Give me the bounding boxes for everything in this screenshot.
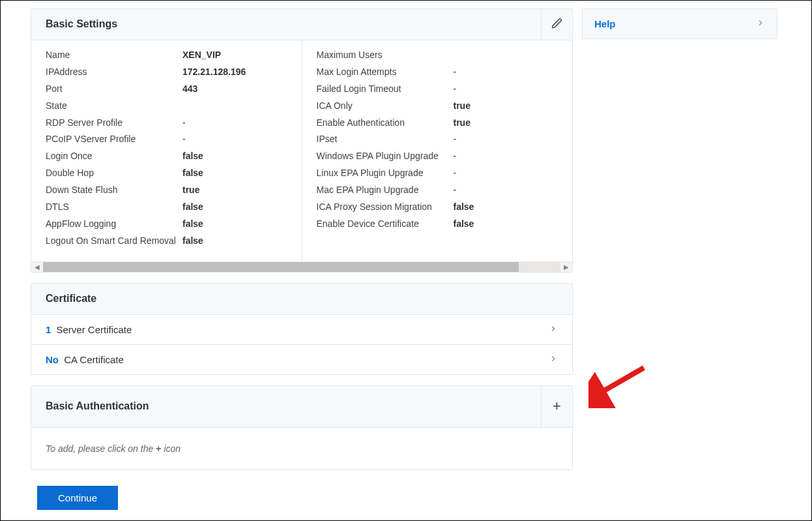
settings-value: false xyxy=(182,148,203,165)
settings-value: - xyxy=(454,131,457,148)
basic-settings-header: Basic Settings xyxy=(31,9,572,40)
plus-icon: + xyxy=(553,399,561,413)
settings-row: Double Hopfalse xyxy=(46,165,287,182)
auth-hint-plus-icon: + xyxy=(156,443,161,454)
basic-authentication-hint: To add, please click on the + icon xyxy=(31,428,572,469)
settings-label: Login Once xyxy=(46,148,182,165)
settings-row: Logout On Smart Card Removalfalse xyxy=(46,233,287,250)
settings-label: Maximum Users xyxy=(317,47,454,64)
help-panel[interactable]: Help xyxy=(582,8,777,39)
settings-value: - xyxy=(454,64,457,81)
settings-label: Logout On Smart Card Removal xyxy=(46,233,182,250)
settings-label: ICA Proxy Session Migration xyxy=(317,199,454,216)
settings-value: - xyxy=(182,131,186,148)
add-basic-authentication-button[interactable]: + xyxy=(541,386,572,427)
settings-value: 172.21.128.196 xyxy=(182,64,246,81)
settings-row: Windows EPA Plugin Upgrade- xyxy=(317,148,558,165)
certificate-panel: Certificate 1 Server CertificateNo CA Ce… xyxy=(31,283,573,375)
certificate-text: Server Certificate xyxy=(53,324,132,335)
settings-label: Mac EPA Plugin Upgrade xyxy=(317,182,454,199)
settings-label: Max Login Attempts xyxy=(317,64,454,81)
basic-settings-title: Basic Settings xyxy=(31,9,541,40)
certificate-row[interactable]: 1 Server Certificate xyxy=(31,315,572,344)
settings-label: Windows EPA Plugin Upgrade xyxy=(317,148,454,165)
settings-row: Enable Device Certificatefalse xyxy=(317,216,558,233)
scroll-right-button[interactable]: ▶ xyxy=(560,262,572,272)
settings-row: RDP Server Profile- xyxy=(46,115,287,132)
settings-row: Mac EPA Plugin Upgrade- xyxy=(317,182,558,199)
settings-row: Login Oncefalse xyxy=(46,148,287,165)
settings-row: Maximum Users xyxy=(317,47,558,64)
settings-row: DTLSfalse xyxy=(46,199,287,216)
settings-row: State xyxy=(46,98,287,115)
continue-button[interactable]: Continue xyxy=(37,486,118,510)
certificate-count: 1 xyxy=(46,324,51,335)
settings-value: - xyxy=(454,148,457,165)
settings-label: Port xyxy=(46,81,182,98)
settings-value: false xyxy=(182,199,203,216)
settings-value: - xyxy=(454,81,457,98)
settings-value: true xyxy=(454,115,471,132)
basic-authentication-header: Basic Authentication + xyxy=(31,386,572,428)
settings-row: Enable Authenticationtrue xyxy=(317,115,558,132)
settings-value: false xyxy=(454,216,474,233)
certificate-row[interactable]: No CA Certificate xyxy=(31,344,572,374)
settings-label: DTLS xyxy=(46,199,182,216)
settings-row: IPAddress172.21.128.196 xyxy=(46,64,287,81)
main-scroll[interactable]: Basic Settings NameXEN_VIPIPAddress172.2… xyxy=(1,1,811,520)
settings-row: Port443 xyxy=(46,81,287,98)
settings-row: ICA Proxy Session Migrationfalse xyxy=(317,199,558,216)
settings-row: Max Login Attempts- xyxy=(317,64,558,81)
pencil-icon xyxy=(551,18,563,31)
certificate-count: No xyxy=(46,354,59,365)
edit-basic-settings-button[interactable] xyxy=(541,9,572,40)
settings-value: XEN_VIP xyxy=(182,47,221,64)
settings-label: AppFlow Logging xyxy=(46,216,182,233)
scroll-thumb[interactable] xyxy=(43,262,519,272)
settings-row: Down State Flushtrue xyxy=(46,182,287,199)
settings-value: false xyxy=(454,199,474,216)
settings-row: Failed Login Timeout- xyxy=(317,81,558,98)
settings-row: NameXEN_VIP xyxy=(46,47,287,64)
settings-row: ICA Onlytrue xyxy=(317,98,558,115)
scroll-left-button[interactable]: ◀ xyxy=(31,262,43,272)
certificate-text: CA Certificate xyxy=(61,354,124,365)
settings-label: Linux EPA Plugin Upgrade xyxy=(317,165,454,182)
settings-label: IPset xyxy=(317,131,454,148)
chevron-right-icon xyxy=(549,354,558,365)
help-title: Help xyxy=(594,18,616,29)
settings-label: Double Hop xyxy=(46,165,182,182)
basic-settings-body: NameXEN_VIPIPAddress172.21.128.196Port44… xyxy=(31,40,572,261)
settings-value: true xyxy=(182,182,199,199)
settings-value: true xyxy=(454,98,471,115)
settings-label: ICA Only xyxy=(317,98,454,115)
settings-value: - xyxy=(454,165,457,182)
settings-label: Enable Authentication xyxy=(317,115,454,132)
settings-label: Name xyxy=(46,47,182,64)
certificate-header: Certificate xyxy=(31,284,572,315)
auth-hint-suffix: icon xyxy=(164,443,181,454)
settings-row: PCoIP VServer Profile- xyxy=(46,131,287,148)
chevron-right-icon xyxy=(549,324,558,335)
settings-label: Enable Device Certificate xyxy=(317,216,454,233)
settings-row: AppFlow Loggingfalse xyxy=(46,216,287,233)
settings-value: - xyxy=(182,115,186,132)
settings-label: Down State Flush xyxy=(46,182,182,199)
settings-label: State xyxy=(46,98,182,115)
chevron-right-icon xyxy=(756,18,765,29)
settings-label: PCoIP VServer Profile xyxy=(46,131,182,148)
settings-value: false xyxy=(182,165,203,182)
settings-value: 443 xyxy=(182,81,197,98)
settings-label: Failed Login Timeout xyxy=(317,81,454,98)
basic-settings-panel: Basic Settings NameXEN_VIPIPAddress172.2… xyxy=(31,8,573,273)
settings-label: IPAddress xyxy=(46,64,182,81)
scroll-track[interactable] xyxy=(43,262,560,272)
settings-value: - xyxy=(454,182,457,199)
basic-authentication-panel: Basic Authentication + To add, please cl… xyxy=(31,385,573,470)
horizontal-scrollbar[interactable]: ◀ ▶ xyxy=(31,261,572,272)
settings-value: false xyxy=(182,233,203,250)
basic-authentication-title: Basic Authentication xyxy=(31,386,541,427)
settings-row: IPset- xyxy=(317,131,558,148)
certificate-title: Certificate xyxy=(31,284,572,314)
settings-row: Linux EPA Plugin Upgrade- xyxy=(317,165,558,182)
